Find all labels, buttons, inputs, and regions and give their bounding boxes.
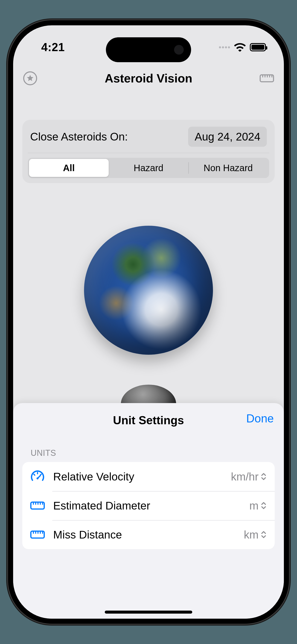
up-down-chevron-icon — [261, 502, 266, 510]
filter-card: Close Asteroids On: Aug 24, 2024 All Haz… — [22, 120, 275, 183]
row-value: km — [244, 528, 266, 541]
page-title: Asteroid Vision — [13, 72, 284, 85]
date-row: Close Asteroids On: Aug 24, 2024 — [28, 126, 269, 153]
section-header-units: UNITS — [13, 431, 284, 462]
units-list: Relative Velocity km/hr — [22, 462, 275, 549]
dynamic-island — [106, 37, 191, 62]
battery-icon — [250, 43, 266, 51]
unit-settings-sheet: Unit Settings Done UNITS Relative Veloci… — [13, 403, 284, 619]
row-value: km/hr — [231, 470, 266, 483]
row-value: m — [249, 499, 266, 512]
sheet-header: Unit Settings Done — [13, 403, 284, 431]
date-picker[interactable]: Aug 24, 2024 — [188, 127, 267, 147]
earth-visualization[interactable] — [13, 196, 284, 385]
status-time: 4:21 — [29, 40, 65, 54]
segment-hazard[interactable]: Hazard — [109, 159, 188, 177]
screen: 4:21 Asteroid Vision — [13, 25, 284, 619]
ruler-icon — [260, 74, 274, 83]
nav-bar: Asteroid Vision — [13, 64, 284, 92]
sheet-title: Unit Settings — [113, 414, 184, 427]
earth-globe — [84, 226, 213, 355]
row-label: Relative Velocity — [53, 470, 224, 483]
done-button[interactable]: Done — [246, 412, 274, 425]
home-indicator[interactable] — [105, 610, 192, 614]
filter-segmented-control[interactable]: All Hazard Non Hazard — [28, 158, 269, 178]
ruler-icon — [29, 530, 46, 539]
gauge-icon — [29, 470, 46, 483]
ruler-icon — [29, 501, 46, 510]
row-label: Miss Distance — [53, 528, 236, 541]
up-down-chevron-icon — [261, 473, 266, 480]
units-button[interactable] — [259, 72, 275, 84]
status-icons — [219, 43, 268, 52]
row-relative-velocity[interactable]: Relative Velocity km/hr — [22, 462, 275, 491]
row-miss-distance[interactable]: Miss Distance km — [22, 520, 275, 549]
date-label: Close Asteroids On: — [30, 130, 128, 143]
star-circle-icon — [23, 71, 38, 86]
segment-all[interactable]: All — [29, 159, 109, 177]
row-estimated-diameter[interactable]: Estimated Diameter m — [22, 491, 275, 520]
cellular-dots-icon — [219, 46, 230, 48]
device-frame: 4:21 Asteroid Vision — [8, 20, 289, 624]
segment-non-hazard[interactable]: Non Hazard — [188, 159, 268, 177]
wifi-icon — [234, 43, 246, 52]
favorites-button[interactable] — [22, 70, 38, 86]
up-down-chevron-icon — [261, 531, 266, 538]
row-label: Estimated Diameter — [53, 499, 242, 512]
